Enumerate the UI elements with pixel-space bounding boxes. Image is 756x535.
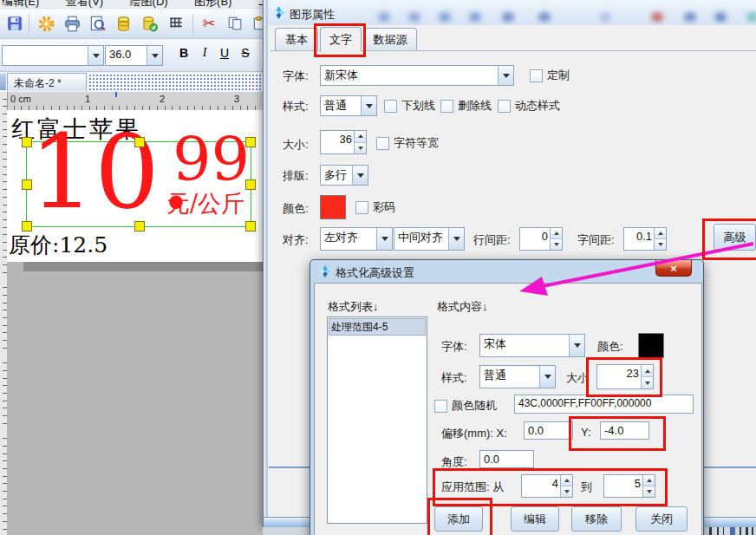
adv-font-dropdown-icon[interactable] <box>569 335 584 356</box>
custom-checkbox-box[interactable] <box>530 69 543 82</box>
ruler-label-3: 3 <box>234 94 239 104</box>
colorcode-checkbox[interactable]: 彩码 <box>355 199 395 215</box>
style-combo[interactable]: 普通 <box>320 95 377 116</box>
database-sync-icon[interactable] <box>140 14 159 33</box>
page-shadow <box>23 262 263 271</box>
layout-label: 排版: <box>283 168 309 184</box>
advanced-dialog-title: 格式化高级设置 <box>336 265 414 281</box>
random-color-checkbox[interactable]: 颜色随机 <box>434 398 497 414</box>
settings-gear-icon[interactable] <box>36 14 55 33</box>
strikeout-checkbox[interactable]: 删除线 <box>440 98 492 114</box>
random-color-label: 颜色随机 <box>452 398 497 414</box>
size-spin-down-icon[interactable] <box>355 142 366 154</box>
size-spinner-value: 36 <box>321 131 354 153</box>
adv-font-label: 字体: <box>441 339 467 355</box>
charspacing-spinner[interactable]: 0.1 <box>623 227 667 251</box>
adv-style-dropdown-icon[interactable] <box>539 366 555 388</box>
tab-basic[interactable]: 基本 <box>275 28 318 50</box>
linespacing-spinner[interactable]: 0 <box>519 227 563 251</box>
format-content-header: 格式内容↓ <box>437 299 488 315</box>
format-list-item[interactable]: 处理范围4-5 <box>329 318 426 336</box>
font-size-value: 36.0 <box>106 46 147 65</box>
adv-font-combo[interactable]: 宋体 <box>479 334 585 357</box>
adv-style-label: 样式: <box>441 370 467 386</box>
copy-icon[interactable] <box>225 14 244 33</box>
resize-handle-n[interactable] <box>134 137 145 147</box>
font-size-combo[interactable]: 36.0 <box>105 45 163 66</box>
resize-handle-nw[interactable] <box>22 137 32 147</box>
random-color-field[interactable]: 43C,0000FF,FF00FF,000000 <box>514 395 694 414</box>
resize-handle-e[interactable] <box>245 179 256 190</box>
linespacing-value: 0 <box>520 228 550 250</box>
price-unit-text: 元/公斤 <box>166 192 244 215</box>
custom-checkbox-label: 定制 <box>547 68 570 83</box>
save-icon[interactable] <box>5 14 24 33</box>
database-icon[interactable] <box>114 14 133 33</box>
highlight-box-offset-y <box>569 416 666 451</box>
adv-style-value: 普通 <box>480 366 539 388</box>
properties-dialog-titlebar[interactable] <box>268 0 756 25</box>
strikethrough-button[interactable]: S <box>237 46 254 60</box>
highlight-box-size <box>586 357 662 397</box>
align-v-dropdown-icon[interactable] <box>448 228 464 250</box>
layout-combo[interactable]: 多行 <box>320 165 368 186</box>
grid-icon[interactable] <box>166 14 186 33</box>
align-h-dropdown-icon[interactable] <box>376 228 392 250</box>
workspace-background <box>7 262 263 535</box>
tab-datasource[interactable]: 数据源 <box>363 28 417 50</box>
angle-field[interactable]: 0.0 <box>479 450 534 468</box>
price-object-selection[interactable]: 10. 99 元/公斤 <box>26 141 251 227</box>
ruler-label-2: 2 <box>160 94 165 104</box>
linespacing-up-icon[interactable] <box>551 228 562 238</box>
charspacing-value: 0.1 <box>624 228 654 250</box>
linespacing-down-icon[interactable] <box>551 238 562 250</box>
resize-handle-w[interactable] <box>22 179 32 190</box>
resize-handle-s[interactable] <box>134 221 145 232</box>
properties-dialog-title: 图形属性 <box>290 7 335 23</box>
document-tab[interactable]: 未命名-2 * <box>7 73 87 91</box>
label-canvas[interactable]: 红富士苹果 10. 99 元/公斤 原价:12.5 <box>7 110 263 262</box>
font-family-combo[interactable] <box>2 45 104 66</box>
advanced-dialog-titlebar[interactable]: 格式化高级设置 × <box>310 260 703 283</box>
highlight-box-advanced-button <box>702 219 756 260</box>
dynamic-style-checkbox[interactable]: 动态样式 <box>498 98 560 114</box>
font-combo[interactable]: 新宋体 <box>320 65 514 86</box>
original-price-text[interactable]: 原价:12.5 <box>9 231 108 259</box>
offset-x-field[interactable]: 0.0 <box>524 421 573 440</box>
charspacing-down-icon[interactable] <box>655 238 666 250</box>
print-icon[interactable] <box>62 14 81 33</box>
underline-checkbox[interactable]: 下划线 <box>384 98 435 114</box>
tabbar-dotted-pattern <box>88 74 263 90</box>
resize-handle-ne[interactable] <box>245 137 256 147</box>
align-h-combo[interactable]: 左对齐 <box>320 227 393 251</box>
layout-combo-dropdown-icon[interactable] <box>352 166 368 185</box>
adv-color-swatch[interactable] <box>638 333 664 358</box>
size-spin-up-icon[interactable] <box>355 131 366 142</box>
close-icon[interactable]: × <box>655 260 692 277</box>
font-family-dropdown-icon[interactable] <box>88 46 103 65</box>
font-size-dropdown-icon[interactable] <box>147 46 162 65</box>
cut-icon[interactable]: ✂ <box>199 14 218 33</box>
font-combo-dropdown-icon[interactable] <box>498 66 513 85</box>
charspacing-up-icon[interactable] <box>655 228 666 238</box>
adv-style-combo[interactable]: 普通 <box>479 365 556 388</box>
resize-handle-se[interactable] <box>245 221 256 232</box>
close-button[interactable]: 关闭 <box>635 506 688 532</box>
bold-button[interactable]: B <box>175 46 192 60</box>
highlight-box-text-tab <box>314 23 366 57</box>
adv-font-value: 宋体 <box>480 335 569 356</box>
align-h-value: 左对齐 <box>321 228 376 250</box>
size-spinner[interactable]: 36 <box>320 130 367 154</box>
print-preview-icon[interactable] <box>88 14 107 33</box>
style-combo-dropdown-icon[interactable] <box>361 96 376 115</box>
format-listbox[interactable]: 处理范围4-5 <box>327 316 427 524</box>
custom-checkbox[interactable]: 定制 <box>530 68 570 83</box>
remove-button[interactable]: 移除 <box>571 506 622 532</box>
text-color-swatch[interactable] <box>320 195 346 219</box>
underline-button[interactable]: U <box>216 46 233 60</box>
align-v-value: 中间对齐 <box>394 228 448 250</box>
align-v-combo[interactable]: 中间对齐 <box>394 227 465 251</box>
edit-button[interactable]: 编辑 <box>511 506 559 532</box>
italic-button[interactable]: I <box>196 46 213 60</box>
monowidth-checkbox[interactable]: 字符等宽 <box>376 135 439 151</box>
